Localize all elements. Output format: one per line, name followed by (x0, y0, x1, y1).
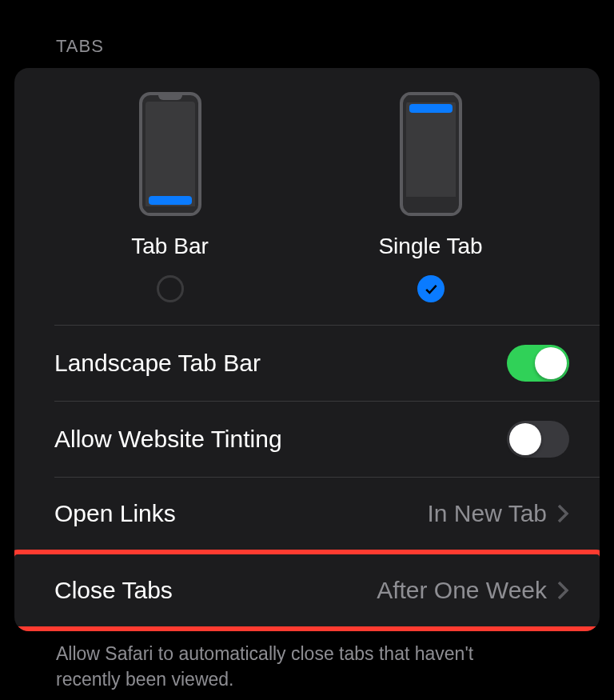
tab-layout-picker: Tab Bar Single Tab (14, 68, 600, 325)
tabs-settings-panel: Tab Bar Single Tab Landscape Tab Ba (14, 68, 600, 631)
row-close-tabs[interactable]: Close Tabs After One Week (14, 554, 600, 626)
radio-single-tab[interactable] (417, 275, 445, 302)
label-close-tabs: Close Tabs (54, 577, 173, 604)
layout-label-tab-bar: Tab Bar (131, 234, 209, 259)
phone-preview-tab-bar-icon (139, 92, 201, 216)
layout-option-single-tab[interactable]: Single Tab (378, 92, 482, 302)
radio-tab-bar[interactable] (157, 275, 184, 302)
row-landscape-tab-bar[interactable]: Landscape Tab Bar (14, 326, 600, 401)
value-close-tabs-text: After One Week (377, 577, 547, 604)
row-allow-website-tinting[interactable]: Allow Website Tinting (14, 402, 600, 477)
toggle-landscape-tab-bar[interactable] (507, 345, 569, 382)
value-close-tabs: After One Week (377, 577, 569, 604)
label-website-tinting: Allow Website Tinting (54, 426, 282, 453)
label-open-links: Open Links (54, 500, 176, 527)
chevron-right-icon (556, 503, 569, 524)
section-header-tabs: TABS (14, 0, 600, 68)
value-open-links: In New Tab (427, 500, 569, 527)
checkmark-icon (423, 281, 439, 297)
layout-option-tab-bar[interactable]: Tab Bar (131, 92, 209, 302)
toggle-knob (535, 347, 567, 379)
layout-label-single-tab: Single Tab (378, 234, 482, 259)
toggle-knob (509, 423, 541, 455)
chevron-right-icon (556, 580, 569, 601)
phone-preview-single-tab-icon (400, 92, 462, 216)
toggle-website-tinting[interactable] (507, 421, 569, 458)
footer-description: Allow Safari to automatically close tabs… (14, 631, 526, 692)
value-open-links-text: In New Tab (427, 500, 547, 527)
row-open-links[interactable]: Open Links In New Tab (14, 478, 600, 550)
highlight-close-tabs: Close Tabs After One Week (14, 550, 600, 631)
label-landscape-tab-bar: Landscape Tab Bar (54, 350, 261, 377)
